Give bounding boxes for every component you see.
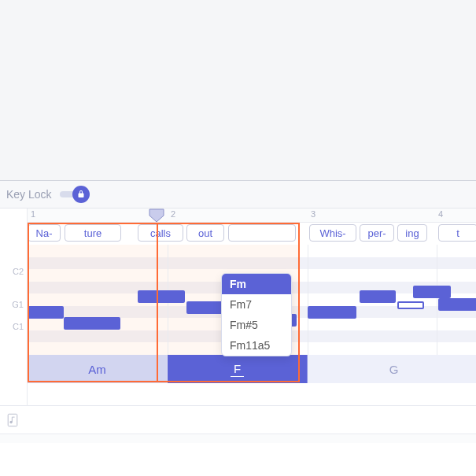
chord-suggestion-item[interactable]: Fm7 [222,294,291,315]
chord-suggestion-item[interactable]: Fm11a5 [222,335,291,356]
note[interactable] [138,290,185,303]
lyric-pill[interactable]: calls [138,224,183,242]
playhead-handle[interactable] [148,208,165,223]
score-icon[interactable] [6,413,19,427]
keylock-toggle[interactable] [60,186,90,203]
row-label-c2: C2 [13,267,24,276]
chord-suggestion-item[interactable]: Fm#5 [222,315,291,335]
lyric-pill[interactable]: ture [65,224,121,242]
note[interactable] [360,290,396,303]
lyric-row: Na-turecallsoutWhis-per-ingt [28,223,476,245]
beat-2: 2 [171,209,175,219]
row-labels: C2 G1 C1 [0,208,28,405]
chord-suggestion-item[interactable]: Fm [222,274,291,294]
editor: C2 G1 C1 1 2 3 4 Na-turecallsoutWhis-per… [0,208,476,405]
note[interactable] [64,317,120,330]
chord-cell[interactable]: Am [28,355,168,383]
bottom-strip [0,434,476,443]
note[interactable] [28,306,64,319]
beat-1: 1 [31,209,35,219]
beat-3: 3 [311,209,315,219]
row-label-c1: C1 [13,322,24,331]
lyric-pill[interactable]: ing [397,224,427,242]
keylock-label: Key Lock [6,188,52,201]
keylock-row: Key Lock [0,181,476,208]
chord-cell[interactable]: G [308,355,476,383]
note[interactable] [438,298,476,311]
chord-suggestion-popup[interactable]: FmFm7Fm#5Fm11a5 [221,273,292,356]
lyric-pill[interactable]: out [186,224,224,242]
lock-icon [72,186,90,203]
footer-row [0,405,476,434]
lyric-pill[interactable]: per- [360,224,394,242]
grid-area[interactable]: 1 2 3 4 Na-turecallsoutWhis-per-ingt AmF… [28,208,476,405]
row-label-g1: G1 [12,300,24,309]
chord-input[interactable]: F [231,362,244,377]
lyric-pill[interactable]: t [438,224,476,242]
panel-blank [0,0,476,181]
beat-ruler[interactable]: 1 2 3 4 [28,208,476,223]
lyric-pill[interactable]: Na- [28,224,61,242]
note[interactable] [308,306,356,319]
note[interactable] [397,301,424,309]
gridline [437,245,437,355]
chord-cell[interactable]: F [168,355,308,383]
lyric-pill[interactable]: Whis- [309,224,356,242]
svg-rect-0 [8,414,17,426]
chord-row: AmFG [28,355,476,383]
beat-4: 4 [438,209,443,219]
lyric-pill[interactable] [228,224,296,242]
note[interactable] [186,301,226,314]
note[interactable] [413,286,451,298]
gridline [308,245,308,355]
